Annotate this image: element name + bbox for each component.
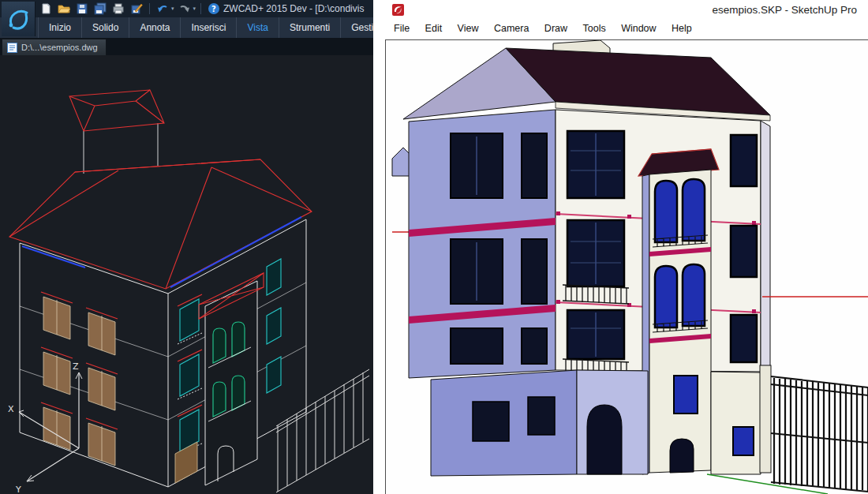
undo-button[interactable] bbox=[155, 2, 170, 16]
ribbon-tab-solido[interactable]: Solido bbox=[82, 17, 129, 38]
roof-edge-blue-lines bbox=[22, 217, 301, 287]
rendered-building-model bbox=[386, 40, 868, 494]
redo-button[interactable] bbox=[177, 2, 193, 16]
ribbon-tab-vista[interactable]: Vista bbox=[237, 17, 279, 38]
ribbon-tab-inserisci[interactable]: Inserisci bbox=[181, 17, 237, 38]
toolbar-separator bbox=[200, 3, 201, 14]
zwcad-window-title: ZWCAD+ 2015 Dev - [D:\condivis bbox=[223, 0, 372, 17]
toolbar-separator bbox=[149, 3, 150, 14]
entrance-door-wireframe bbox=[175, 442, 197, 483]
menu-edit[interactable]: Edit bbox=[425, 21, 443, 36]
zwcad-window: ▾ ▾ ? ZWCAD+ 2015 Dev - [D:\condivis Ini… bbox=[0, 0, 373, 494]
ribbon-tab-inizio[interactable]: Inizio bbox=[38, 17, 82, 38]
base-floor bbox=[431, 370, 761, 476]
menu-file[interactable]: File bbox=[394, 21, 410, 36]
menu-help[interactable]: Help bbox=[672, 21, 692, 36]
fence-wireframe bbox=[276, 369, 369, 492]
svg-text:?: ? bbox=[211, 5, 216, 13]
sketchup-window-title: esempios.SKP - SketchUp Pro bbox=[712, 4, 857, 16]
axis-z-label: Z bbox=[73, 361, 79, 372]
entrance-arch-door bbox=[587, 405, 622, 474]
menu-camera[interactable]: Camera bbox=[494, 21, 529, 36]
screenshot-stage: ▾ ▾ ? ZWCAD+ 2015 Dev - [D:\condivis Ini… bbox=[0, 0, 868, 494]
menu-window[interactable]: Window bbox=[621, 21, 656, 36]
left-wall-windows bbox=[451, 133, 547, 364]
zwcad-app-logo[interactable] bbox=[2, 2, 36, 36]
save-all-button[interactable] bbox=[92, 2, 108, 16]
ribbon-tab-strumenti[interactable]: Strumenti bbox=[279, 17, 341, 38]
open-folder-button[interactable] bbox=[56, 2, 72, 16]
sketchup-drawing-canvas[interactable] bbox=[385, 39, 868, 494]
document-tab-label: D:\...\esempios.dwg bbox=[21, 43, 98, 52]
ribbon-tab-gestisci[interactable]: Gestisci bbox=[341, 17, 373, 38]
publish-button[interactable] bbox=[129, 2, 144, 16]
undo-dropdown-caret[interactable]: ▾ bbox=[171, 6, 174, 12]
zwcad-drawing-canvas[interactable]: Z X Y bbox=[0, 55, 373, 494]
ribbon-tab-annota[interactable]: Annota bbox=[129, 17, 181, 38]
right-return-wall bbox=[761, 121, 770, 375]
zwcad-ribbon-tabs: Inizio Solido Annota Inserisci Vista Str… bbox=[0, 17, 373, 38]
zwcad-quick-toolbar: ▾ ▾ ? bbox=[38, 1, 222, 17]
zwcad-document-tab-bar: D:\...\esempios.dwg bbox=[0, 38, 373, 55]
menu-view[interactable]: View bbox=[458, 21, 479, 36]
axis-y-label: Y bbox=[15, 485, 21, 494]
zwcad-titlebar: ▾ ▾ ? ZWCAD+ 2015 Dev - [D:\condivis bbox=[0, 0, 373, 17]
sketchup-titlebar: esempios.SKP - SketchUp Pro bbox=[373, 0, 868, 21]
menu-tools[interactable]: Tools bbox=[582, 21, 605, 36]
new-document-button[interactable] bbox=[38, 2, 54, 16]
print-button[interactable] bbox=[110, 2, 126, 16]
redo-dropdown-caret[interactable]: ▾ bbox=[193, 6, 196, 12]
save-button[interactable] bbox=[74, 2, 90, 16]
axis-x-label: X bbox=[8, 404, 14, 414]
sketchup-menubar: File Edit View Camera Draw Tools Window … bbox=[373, 21, 868, 38]
help-icon[interactable]: ? bbox=[206, 2, 222, 16]
roof bbox=[403, 48, 770, 121]
sketchup-app-icon bbox=[391, 3, 405, 20]
menu-draw[interactable]: Draw bbox=[544, 21, 567, 36]
wireframe-building-model: Z X Y bbox=[0, 55, 373, 494]
dwg-file-icon bbox=[7, 43, 17, 53]
green-axis bbox=[707, 474, 828, 494]
tower bbox=[638, 149, 719, 474]
document-tab-esempios[interactable]: D:\...\esempios.dwg bbox=[2, 39, 107, 55]
roof-wireframe bbox=[9, 90, 312, 289]
fence bbox=[760, 365, 868, 492]
sketchup-window: esempios.SKP - SketchUp Pro File Edit Vi… bbox=[373, 0, 868, 494]
tower-wireframe bbox=[199, 273, 264, 485]
